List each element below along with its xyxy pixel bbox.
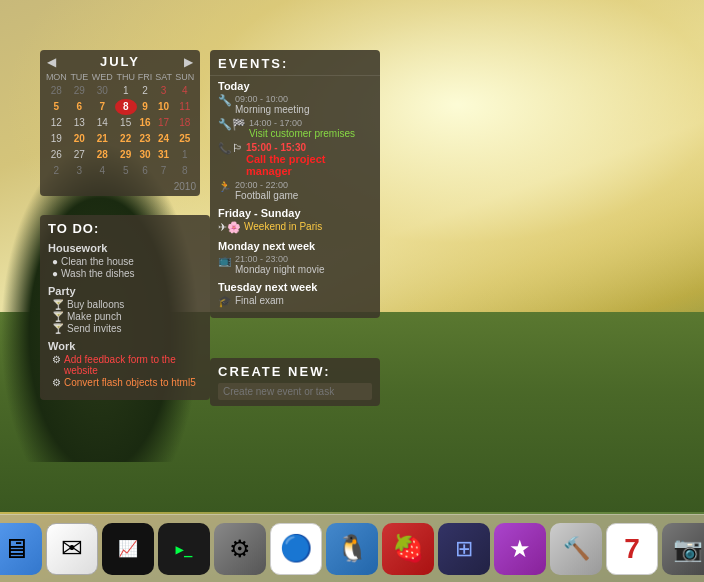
event-item: 🔧 09:00 - 10:00 Morning meeting — [218, 94, 372, 115]
event-time: 09:00 - 10:00 — [235, 94, 309, 104]
dock-icon-chrome[interactable]: 🔵 — [270, 523, 322, 575]
dock-icon-screens[interactable]: ⊞ — [438, 523, 490, 575]
calendar-prev-button[interactable]: ◀ — [44, 55, 59, 69]
event-name: Football game — [235, 190, 298, 201]
event-name: Morning meeting — [235, 104, 309, 115]
event-item: 🎓 Final exam — [218, 295, 372, 308]
list-item: 🍸 Send invites — [48, 323, 202, 334]
drink-icon: 🍸 — [52, 299, 64, 310]
housework-heading: Housework — [48, 242, 202, 254]
graduation-icon: 🎓 — [218, 295, 232, 308]
dock-icon-terminal[interactable]: ▶_ — [158, 523, 210, 575]
event-group-monday: Monday next week 📺 21:00 - 23:00 Monday … — [218, 240, 372, 275]
todo-item-text: Make punch — [67, 311, 121, 322]
housework-section: Housework ● Clean the house ● Wash the d… — [48, 242, 202, 279]
dock-icon-system-preferences[interactable]: ⚙ — [214, 523, 266, 575]
dock-icon-strawberry[interactable]: 🍓 — [382, 523, 434, 575]
dock: 🖥 ✉ 📈 ▶_ ⚙ 🔵 🐧 🍓 ⊞ ★ 🔨 7 📷 — [0, 514, 704, 582]
dock-icon-finder[interactable]: 🖥 — [0, 523, 42, 575]
todo-item-text: Clean the house — [61, 256, 134, 267]
event-time: 20:00 - 22:00 — [235, 180, 298, 190]
event-group-tuesday: Tuesday next week 🎓 Final exam — [218, 281, 372, 308]
dock-icon-tweetbot[interactable]: 🐧 — [326, 523, 378, 575]
list-item: ⚙ Add feedback form to the website — [48, 354, 202, 376]
event-item: ✈🌸 Weekend in Paris — [218, 221, 372, 234]
todo-item-text: Convert flash objects to html5 — [64, 377, 196, 388]
event-item: 📺 21:00 - 23:00 Monday night movie — [218, 254, 372, 275]
todo-item-text: Wash the dishes — [61, 268, 135, 279]
todo-item-text: Buy balloons — [67, 299, 124, 310]
work-section: Work ⚙ Add feedback form to the website … — [48, 340, 202, 388]
todo-item-text: Send invites — [67, 323, 121, 334]
gear-icon: ⚙ — [52, 354, 61, 365]
calendar-title: JULY — [59, 54, 181, 69]
bullet-icon: ● — [52, 256, 58, 267]
drink-icon: 🍸 — [52, 311, 64, 322]
dock-icon-mail[interactable]: ✉ — [46, 523, 98, 575]
list-item: 🍸 Buy balloons — [48, 299, 202, 310]
create-new-panel: CREATE NEW: — [210, 358, 380, 406]
list-item: ⚙ Convert flash objects to html5 — [48, 377, 202, 388]
calendar-year: 2010 — [44, 181, 196, 192]
event-item: 📞🏳 15:00 - 15:30 Call the project manage… — [218, 142, 372, 177]
runner-icon: 🏃 — [218, 180, 232, 193]
gear-icon: ⚙ — [52, 377, 61, 388]
plane-flower-icon: ✈🌸 — [218, 221, 241, 234]
dock-icon-camera[interactable]: 📷 — [662, 523, 704, 575]
event-group-friday: Friday - Sunday ✈🌸 Weekend in Paris — [218, 207, 372, 234]
party-heading: Party — [48, 285, 202, 297]
create-new-header: CREATE NEW: — [218, 364, 372, 379]
event-time: 14:00 - 17:00 — [249, 118, 355, 128]
event-day-monday: Monday next week — [218, 240, 372, 252]
events-header: EVENTS: — [210, 50, 380, 76]
phone-flag-icon: 📞🏳 — [218, 142, 243, 155]
work-heading: Work — [48, 340, 202, 352]
list-item: ● Clean the house — [48, 256, 202, 267]
dock-icon-fantastical[interactable]: 7 — [606, 523, 658, 575]
bullet-icon: ● — [52, 268, 58, 279]
drink-icon: 🍸 — [52, 323, 64, 334]
event-day-today: Today — [218, 80, 372, 92]
event-group-today: Today 🔧 09:00 - 10:00 Morning meeting 🔧🏁… — [218, 80, 372, 201]
list-item: ● Wash the dishes — [48, 268, 202, 279]
calendar-widget: ◀ JULY ▶ MONTUEWEDTHUFRISATSUN 282930123… — [40, 50, 200, 196]
create-new-input[interactable] — [218, 383, 372, 400]
event-item: 🏃 20:00 - 22:00 Football game — [218, 180, 372, 201]
calendar-next-button[interactable]: ▶ — [181, 55, 196, 69]
events-panel: EVENTS: Today 🔧 09:00 - 10:00 Morning me… — [210, 50, 380, 318]
event-time: 15:00 - 15:30 — [246, 142, 372, 153]
event-item: 🔧🏁 14:00 - 17:00 Visit customer premises — [218, 118, 372, 139]
event-name: Visit customer premises — [249, 128, 355, 139]
todo-title: TO DO: — [48, 221, 202, 236]
party-section: Party 🍸 Buy balloons 🍸 Make punch 🍸 Send… — [48, 285, 202, 334]
event-name: Weekend in Paris — [244, 221, 322, 232]
tv-icon: 📺 — [218, 254, 232, 267]
todo-widget: TO DO: Housework ● Clean the house ● Was… — [40, 215, 210, 400]
event-time: 21:00 - 23:00 — [235, 254, 325, 264]
dock-icon-xcode[interactable]: 🔨 — [550, 523, 602, 575]
tool-flag-icon: 🔧🏁 — [218, 118, 246, 131]
list-item: 🍸 Make punch — [48, 311, 202, 322]
dock-icon-activity-monitor[interactable]: 📈 — [102, 523, 154, 575]
event-name: Final exam — [235, 295, 284, 306]
event-name: Call the project manager — [246, 153, 372, 177]
event-day-tuesday: Tuesday next week — [218, 281, 372, 293]
event-day-friday: Friday - Sunday — [218, 207, 372, 219]
wrench-icon: 🔧 — [218, 94, 232, 107]
calendar-grid: MONTUEWEDTHUFRISATSUN 282930123456789101… — [44, 71, 196, 179]
dock-icon-quicksilver[interactable]: ★ — [494, 523, 546, 575]
todo-item-text: Add feedback form to the website — [64, 354, 202, 376]
event-name: Monday night movie — [235, 264, 325, 275]
